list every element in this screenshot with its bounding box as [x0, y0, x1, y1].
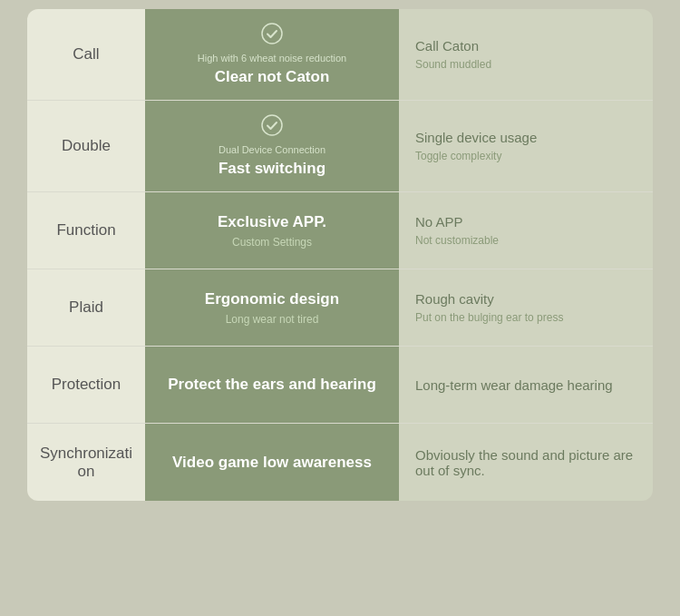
pro-title-double: Fast switching: [219, 160, 325, 178]
row-function: FunctionExclusive APP.Custom SettingsNo …: [27, 192, 653, 269]
con-title-call: Call Caton: [415, 38, 479, 54]
con-function: No APPNot customizable: [399, 192, 653, 269]
con-subtitle-call: Sound muddled: [415, 58, 491, 71]
pro-plaid: Ergonomic designLong wear not tired: [145, 269, 399, 346]
con-title-protection: Long-term wear damage hearing: [415, 377, 613, 393]
pro-title-call: Clear not Caton: [215, 68, 330, 86]
pro-subtitle-call: High with 6 wheat noise reduction: [198, 53, 346, 64]
pro-function: Exclusive APP.Custom Settings: [145, 192, 399, 269]
pro-subtitle-double: Dual Device Connection: [219, 144, 325, 155]
label-text-function: Function: [56, 221, 115, 240]
pro-title-protection: Protect the ears and hearing: [168, 376, 376, 394]
con-double: Single device usageToggle complexity: [399, 101, 653, 191]
label-synchronization: Synchronization: [27, 424, 145, 501]
row-double: Double Dual Device ConnectionFast switch…: [27, 101, 653, 192]
pro-protection: Protect the ears and hearing: [145, 347, 399, 423]
con-protection: Long-term wear damage hearing: [399, 347, 653, 423]
pro-subtitle2-plaid: Long wear not tired: [226, 313, 319, 326]
svg-point-1: [262, 115, 282, 135]
label-call: Call: [27, 9, 145, 100]
con-subtitle-plaid: Put on the bulging ear to press: [415, 311, 563, 324]
row-call: Call High with 6 wheat noise reductionCl…: [27, 9, 653, 101]
con-subtitle-double: Toggle complexity: [415, 150, 501, 162]
label-plaid: Plaid: [27, 269, 145, 346]
row-plaid: PlaidErgonomic designLong wear not tired…: [27, 269, 653, 347]
pro-title-synchronization: Video game low awareness: [172, 454, 372, 472]
checkmark-icon: [261, 23, 283, 44]
checkmark-icon: [261, 114, 283, 136]
label-text-double: Double: [62, 137, 111, 155]
pro-synchronization: Video game low awareness: [145, 424, 399, 501]
label-protection: Protection: [27, 347, 145, 423]
con-subtitle-function: Not customizable: [415, 234, 499, 247]
pro-double: Dual Device ConnectionFast switching: [145, 101, 399, 191]
label-text-plaid: Plaid: [69, 298, 103, 317]
con-title-double: Single device usage: [415, 130, 537, 145]
svg-point-0: [262, 24, 282, 44]
con-call: Call CatonSound muddled: [399, 9, 653, 100]
con-title-plaid: Rough cavity: [415, 291, 494, 307]
con-title-synchronization: Obviously the sound and picture are out …: [415, 447, 636, 478]
label-text-synchronization: Synchronization: [36, 445, 136, 481]
comparison-table: Call High with 6 wheat noise reductionCl…: [27, 9, 653, 501]
label-text-protection: Protection: [52, 376, 121, 394]
label-double: Double: [27, 101, 145, 191]
label-function: Function: [27, 192, 145, 269]
row-protection: ProtectionProtect the ears and hearingLo…: [27, 347, 653, 424]
pro-subtitle2-function: Custom Settings: [232, 236, 312, 249]
row-synchronization: SynchronizationVideo game low awarenessO…: [27, 424, 653, 501]
con-plaid: Rough cavityPut on the bulging ear to pr…: [399, 269, 653, 346]
pro-title-function: Exclusive APP.: [218, 213, 326, 231]
con-synchronization: Obviously the sound and picture are out …: [399, 424, 653, 501]
pro-call: High with 6 wheat noise reductionClear n…: [145, 9, 399, 100]
pro-title-plaid: Ergonomic design: [205, 290, 339, 308]
label-text-call: Call: [73, 45, 99, 64]
con-title-function: No APP: [415, 214, 463, 230]
